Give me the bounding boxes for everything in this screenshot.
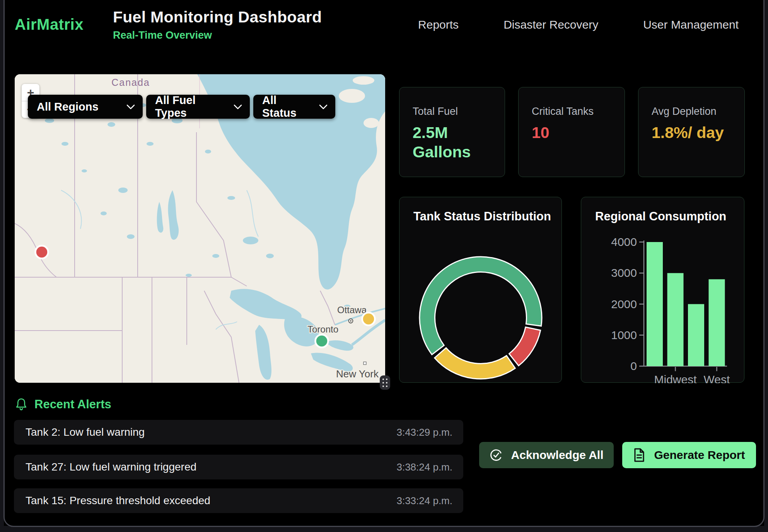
map-label-new-york: New York	[336, 368, 379, 380]
alert-timestamp: 3:33:24 p.m.	[396, 495, 452, 507]
x-tick-label: Midwest	[654, 373, 697, 383]
check-circle-icon	[490, 448, 503, 462]
map-island	[339, 89, 365, 103]
alert-timestamp: 3:38:24 p.m.	[396, 461, 452, 473]
alert-row[interactable]: Tank 15: Pressure threshold exceeded 3:3…	[14, 488, 463, 513]
map-marker-normal[interactable]	[316, 335, 328, 348]
status-filter-dropdown[interactable]: All Status	[253, 95, 335, 119]
bar-1[interactable]	[667, 273, 684, 366]
stat-card-avg-depletion: Avg Depletion 1.8%/ day	[638, 87, 745, 177]
donut-segment-warning[interactable]	[435, 348, 515, 379]
generate-report-button[interactable]: Generate Report	[622, 442, 756, 468]
tank-status-donut-chart	[399, 197, 562, 383]
map-town-symbol-new-york	[364, 362, 366, 365]
acknowledge-all-button[interactable]: Acknowledge All	[479, 442, 614, 468]
window-edge-bottom	[0, 526, 768, 532]
alert-timestamp: 3:43:29 p.m.	[396, 426, 452, 438]
y-tick-label: 4000	[611, 235, 637, 248]
nav-disaster-recovery[interactable]: Disaster Recovery	[503, 18, 598, 31]
fuel-type-filter-value: All Fuel Types	[155, 94, 228, 119]
y-tick-label: 3000	[611, 266, 637, 279]
map-filters: All Regions All Fuel Types All Status	[28, 95, 335, 119]
window-edge-left	[0, 0, 4, 532]
window-edge-right	[765, 0, 768, 532]
map-marker-warning[interactable]	[362, 313, 375, 326]
y-tick-label: 2000	[611, 298, 637, 310]
nav-user-management[interactable]: User Management	[643, 18, 739, 31]
stat-value: 2.5M Gallons	[413, 123, 490, 162]
donut-segment-critical[interactable]	[509, 327, 541, 366]
x-tick-label: West	[704, 373, 730, 383]
page-subtitle: Real-Time Overview	[113, 29, 322, 41]
nav-reports[interactable]: Reports	[418, 18, 459, 31]
region-filter-dropdown[interactable]: All Regions	[28, 95, 143, 119]
tank-status-panel: Tank Status Distribution	[399, 197, 562, 383]
stat-label: Avg Depletion	[652, 106, 731, 118]
header: AirMatrix Fuel Monitoring Dashboard Real…	[5, 0, 763, 49]
bell-icon	[15, 398, 27, 411]
alert-row[interactable]: Tank 27: Low fuel warning triggered 3:38…	[14, 455, 463, 479]
map-resize-handle[interactable]	[380, 375, 390, 390]
title-block: Fuel Monitoring Dashboard Real-Time Over…	[113, 8, 322, 41]
stat-value: 1.8%/ day	[652, 123, 729, 142]
region-filter-value: All Regions	[37, 101, 99, 113]
stat-card-total-fuel: Total Fuel 2.5M Gallons	[399, 87, 505, 177]
regional-consumption-panel: Regional Consumption 01000200030004000Mi…	[581, 197, 744, 383]
alerts-heading: Recent Alerts	[34, 397, 111, 411]
map-label-toronto: Toronto	[307, 324, 338, 334]
chevron-down-icon	[319, 104, 328, 109]
y-tick-label: 1000	[611, 329, 637, 341]
generate-report-label: Generate Report	[654, 448, 745, 462]
bar-3[interactable]	[709, 279, 725, 366]
main-nav: Reports Disaster Recovery User Managemen…	[418, 18, 763, 31]
map-island	[364, 118, 379, 128]
acknowledge-all-label: Acknowledge All	[511, 448, 604, 462]
map-town-symbol-ottawa-dot	[350, 320, 352, 322]
regional-consumption-bar-chart: 01000200030004000MidwestWest	[581, 197, 745, 383]
alert-message: Tank 15: Pressure threshold exceeded	[26, 494, 210, 507]
map-marker-critical[interactable]	[36, 246, 48, 259]
map-island	[353, 76, 374, 85]
stat-value: 10	[532, 123, 609, 142]
alert-message: Tank 2: Low fuel warning	[26, 426, 145, 438]
alert-row[interactable]: Tank 2: Low fuel warning 3:43:29 p.m.	[14, 420, 463, 445]
bar-0[interactable]	[647, 242, 663, 366]
map-label-canada: Canada	[111, 77, 150, 88]
chevron-down-icon	[234, 104, 242, 109]
map-canvas[interactable]: Canada Ottawa Toronto New York	[15, 74, 385, 383]
status-filter-value: All Status	[262, 94, 314, 119]
y-tick-label: 0	[630, 360, 637, 372]
map-label-ottawa: Ottawa	[337, 305, 367, 315]
stat-label: Critical Tanks	[532, 106, 611, 118]
document-icon	[633, 448, 645, 462]
stat-label: Total Fuel	[413, 106, 492, 118]
alerts-header: Recent Alerts	[15, 397, 111, 411]
chevron-down-icon	[126, 104, 135, 109]
fuel-type-filter-dropdown[interactable]: All Fuel Types	[146, 95, 250, 119]
stat-card-critical-tanks: Critical Tanks 10	[518, 87, 625, 177]
brand-logo: AirMatrix	[15, 16, 84, 33]
bar-2[interactable]	[688, 304, 704, 367]
page-title: Fuel Monitoring Dashboard	[113, 8, 322, 26]
alert-message: Tank 27: Low fuel warning triggered	[26, 461, 196, 473]
map-panel[interactable]: Canada Ottawa Toronto New York + − All R…	[15, 74, 385, 383]
